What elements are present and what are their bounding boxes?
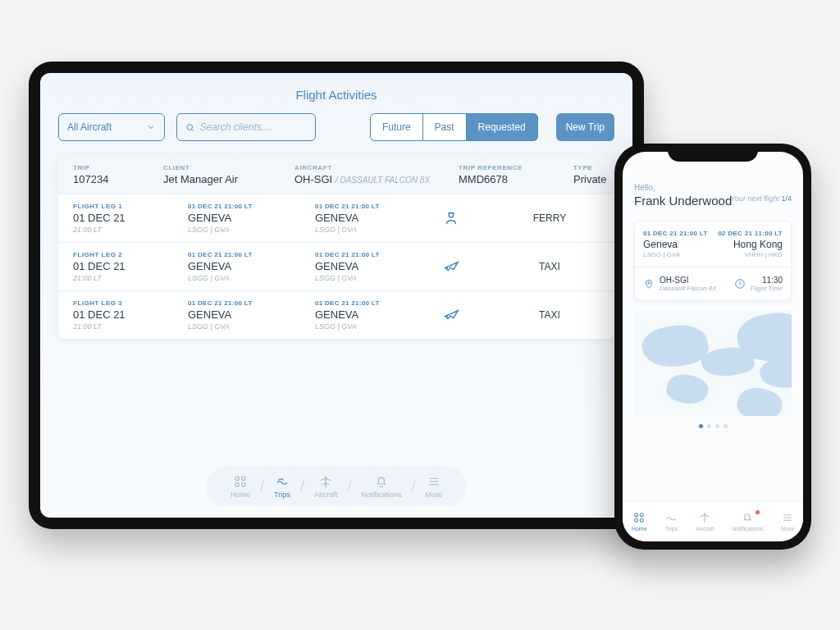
nav-more[interactable]: More: [416, 474, 453, 499]
time-filter-segment: Future Past Requested: [370, 113, 538, 141]
leg-time: 21:00 LT: [73, 226, 188, 234]
leg-dep-code: LSGG | GVA: [188, 322, 315, 331]
pnav-notifications-label: Notifications: [732, 526, 763, 532]
svg-point-3: [235, 477, 240, 481]
pnav-trips[interactable]: Trips: [664, 511, 678, 532]
plane-icon: [442, 306, 500, 324]
dot: [707, 424, 711, 428]
search-box[interactable]: [176, 113, 316, 141]
leg-arr-code: LSGG | GVA: [315, 226, 442, 234]
new-trip-button[interactable]: New Trip: [556, 113, 614, 141]
trip-card-header: TRIP 107234 CLIENT Jet Manager Air AIRCR…: [58, 156, 614, 194]
nav-notifications[interactable]: Notifications: [352, 474, 412, 499]
leg-dep-datetime: 01 DEC 21 21:00 LT: [188, 251, 315, 258]
page-title: Flight Activities: [58, 88, 614, 102]
svg-point-13: [641, 514, 644, 517]
svg-point-12: [635, 514, 638, 517]
nav-aircraft-label: Aircraft: [314, 491, 338, 499]
trip-type-label: TYPE: [573, 164, 614, 171]
leg-arr-datetime: 01 DEC 21 21:00 LT: [315, 299, 442, 307]
pnav-more-label: More: [781, 526, 794, 532]
leg-label: FLIGHT LEG 1: [73, 203, 188, 210]
dep-city: Geneva: [643, 239, 708, 250]
pnav-aircraft[interactable]: Aircraft: [696, 511, 714, 532]
pagination-dots: [634, 424, 792, 428]
nav-home[interactable]: Home: [221, 474, 260, 499]
phone-device: Hello, Frank Underwood Your next flight …: [614, 144, 811, 550]
leg-date: 01 DEC 21: [73, 308, 188, 321]
flight-time-value: 11:30: [751, 276, 783, 285]
svg-point-4: [241, 477, 245, 481]
pnav-trips-label: Trips: [665, 526, 678, 532]
filter-future-button[interactable]: Future: [370, 113, 423, 141]
leg-arr-code: LSGG | GVA: [315, 322, 442, 331]
trip-type-value: Private: [573, 173, 614, 185]
tablet-device: Flight Activities All Aircraft Future Pa…: [29, 62, 644, 529]
trip-id-value: 107234: [73, 173, 163, 185]
leg-arr-code: LSGG | GVA: [315, 274, 442, 282]
toolbar: All Aircraft Future Past Requested New T…: [58, 113, 614, 141]
card-aircraft-model: Dassault Falcon 8X: [660, 285, 716, 292]
leg-arr-datetime: 01 DEC 21 21:00 LT: [315, 251, 442, 258]
leg-dep-city: GENEVA: [188, 260, 315, 272]
svg-point-0: [187, 124, 193, 130]
trip-card: TRIP 107234 CLIENT Jet Manager Air AIRCR…: [58, 156, 614, 339]
client-label: CLIENT: [163, 164, 294, 171]
svg-point-10: [648, 282, 650, 284]
flight-leg-row[interactable]: FLIGHT LEG 301 DEC 2121:00 LT01 DEC 21 2…: [58, 290, 614, 339]
trips-icon: [274, 474, 290, 489]
tablet-nav: Home / Trips / Aircraft / Notifications …: [206, 467, 467, 506]
leg-dep-city: GENEVA: [188, 212, 315, 224]
menu-icon: [427, 474, 441, 489]
phone-screen: Hello, Frank Underwood Your next flight …: [623, 152, 803, 541]
trip-ref-label: TRIP REFERENCE: [459, 164, 573, 171]
aircraft-value: OH-SGI / DASSAULT FALCON 8X: [294, 173, 459, 185]
trip-id-label: TRIP: [73, 164, 163, 171]
flight-leg-row[interactable]: FLIGHT LEG 201 DEC 2121:00 LT01 DEC 21 2…: [58, 242, 614, 290]
leg-type: FERRY: [500, 212, 600, 224]
chevron-down-icon: [146, 122, 156, 132]
pnav-notifications[interactable]: Notifications: [732, 511, 763, 532]
svg-point-5: [235, 483, 240, 487]
search-input[interactable]: [199, 121, 307, 133]
card-aircraft: OH-SGI: [660, 276, 716, 285]
leg-time: 21:00 LT: [73, 322, 188, 331]
pin-icon: [643, 278, 655, 290]
dot: [724, 424, 728, 428]
leg-dep-code: LSGG | GVA: [188, 274, 315, 282]
arr-datetime: 02 DEC 21 11:00 LT: [718, 230, 783, 237]
menu-icon: [781, 511, 794, 524]
aircraft-icon: [698, 511, 711, 524]
arr-code: VHHH | HKG: [718, 251, 783, 258]
leg-time: 21:00 LT: [73, 274, 188, 282]
pnav-home[interactable]: Home: [632, 511, 647, 532]
nav-aircraft[interactable]: Aircraft: [304, 474, 348, 499]
phone-notch: [668, 144, 758, 162]
filter-requested-button[interactable]: Requested: [467, 113, 538, 141]
flight-card[interactable]: 01 DEC 21 21:00 LT Geneva LSGG | GVA 02 …: [634, 221, 792, 301]
leg-date: 01 DEC 21: [73, 260, 188, 272]
leg-date: 01 DEC 21: [73, 212, 188, 224]
dot: [715, 424, 719, 428]
leg-dep-datetime: 01 DEC 21 21:00 LT: [188, 299, 315, 307]
home-icon: [632, 511, 646, 524]
leg-label: FLIGHT LEG 2: [73, 251, 188, 258]
nav-notifications-label: Notifications: [362, 491, 402, 499]
plane-icon: [442, 258, 500, 276]
svg-point-15: [641, 518, 644, 522]
filter-past-button[interactable]: Past: [423, 113, 467, 141]
flight-leg-row[interactable]: FLIGHT LEG 101 DEC 2121:00 LT01 DEC 21 2…: [58, 194, 614, 242]
trips-icon: [664, 511, 678, 524]
flight-time-label: Flight Time: [751, 285, 783, 292]
aircraft-icon: [318, 474, 333, 489]
nav-trips[interactable]: Trips: [264, 474, 300, 499]
clock-plane-icon: [734, 278, 746, 290]
pnav-more[interactable]: More: [781, 511, 794, 532]
leg-dep-datetime: 01 DEC 21 21:00 LT: [188, 203, 315, 210]
route-map[interactable]: [634, 309, 792, 416]
aircraft-filter-select[interactable]: All Aircraft: [58, 113, 165, 141]
trip-ref-value: MMD6678: [459, 173, 573, 185]
home-icon: [233, 474, 248, 489]
notification-badge: [756, 510, 760, 514]
nav-more-label: More: [426, 491, 443, 499]
